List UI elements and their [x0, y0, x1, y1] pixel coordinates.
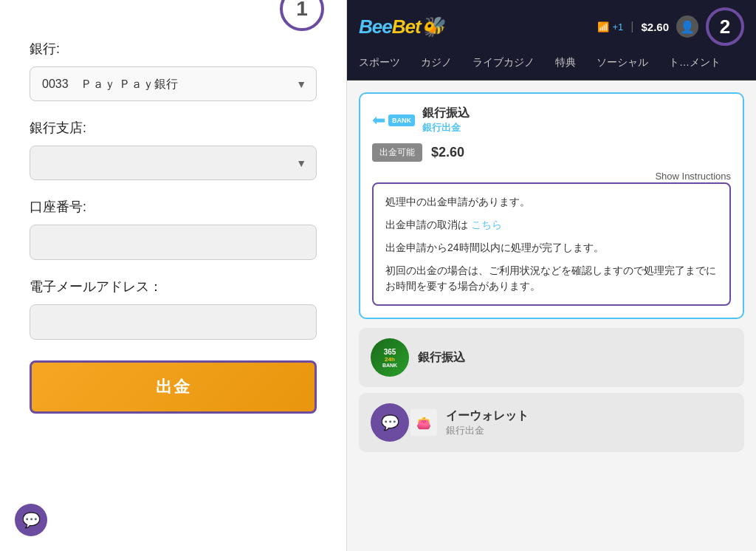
step-2-number: 2: [720, 16, 730, 38]
payment-info-365: 銀行振込: [418, 350, 465, 366]
branch-label: 銀行支店:: [30, 119, 317, 137]
step-1-circle: 1: [280, 0, 324, 31]
payment-card-365[interactable]: 365 24h BANK 銀行振込: [359, 328, 744, 387]
bank-title: 銀行振込: [422, 106, 470, 121]
bank-arrow-icon: ⬅: [372, 111, 385, 130]
payment-title-365: 銀行振込: [418, 350, 465, 366]
message-line-2-link[interactable]: こちら: [471, 219, 502, 230]
message-line-2-prefix: 出金申請の取消は: [385, 219, 471, 230]
nav-tokuten[interactable]: 特典: [551, 53, 580, 72]
bank-icon-area: ⬅ BANK: [372, 111, 415, 130]
right-panel: BeeBet🐝 📶 +1 | $2.60 👤 2 スポーツ カジノ ライブカジノ…: [347, 0, 756, 551]
payment-icon-ewallet: 💬: [371, 403, 409, 442]
logo-text: BeeBet🐝: [359, 16, 444, 38]
nav-casino[interactable]: カジノ: [416, 53, 456, 72]
header-right: 📶 +1 | $2.60 👤 2: [597, 7, 744, 46]
ewallet-card-icon: 👛: [410, 409, 437, 436]
left-panel: 1 銀行: 0033 Ｐａｙ Ｐａｙ銀行 ▼ 銀行支店: ▼ 口座番号: 電子メ…: [0, 0, 347, 551]
branch-select[interactable]: [30, 146, 317, 180]
bank-select[interactable]: 0033 Ｐａｙ Ｐａｙ銀行: [30, 66, 317, 101]
signal-label: +1: [612, 21, 623, 32]
bank-subtitle: 銀行出金: [422, 121, 470, 134]
bank-title-area: 銀行振込 銀行出金: [422, 106, 470, 134]
ewallet-wallet-icon: 👛: [416, 416, 431, 430]
nav-tournament[interactable]: ト…メント: [664, 53, 725, 72]
step-2-circle: 2: [706, 7, 744, 46]
bank-label: 銀行:: [30, 40, 317, 58]
ewallet-chat-icon: 💬: [381, 414, 399, 431]
signal-badge: 📶 +1: [597, 21, 623, 32]
show-instructions-link[interactable]: Show Instructions: [655, 171, 731, 182]
bank-select-wrapper: 0033 Ｐａｙ Ｐａｙ銀行 ▼: [30, 66, 317, 101]
separator: |: [630, 20, 633, 33]
user-icon[interactable]: 👤: [676, 16, 698, 38]
payment-info-ewallet: イーウォレット 銀行出金: [446, 408, 529, 437]
message-line-3: 出金申請から24時間以内に処理が完了します。: [385, 240, 718, 256]
payment-subtitle-ewallet: 銀行出金: [446, 424, 529, 437]
message-box: 処理中の出金申請があります。 出金申請の取消は こちら 出金申請から24時間以内…: [372, 182, 731, 306]
branch-select-wrapper: ▼: [30, 146, 317, 180]
bank-card-header: ⬅ BANK 銀行振込 銀行出金: [372, 106, 731, 134]
email-label: 電子メールアドレス：: [30, 278, 317, 295]
payment-bank-text: BANK: [382, 363, 397, 368]
bank-info-row: 出金可能 $2.60: [372, 143, 731, 162]
chat-bubble-left[interactable]: 💬: [15, 504, 47, 536]
account-label: 口座番号:: [30, 198, 317, 216]
nav-sports[interactable]: スポーツ: [354, 53, 405, 72]
message-line-1: 処理中の出金申請があります。: [385, 194, 718, 210]
payment-card-ewallet[interactable]: 💬 👛 イーウォレット 銀行出金: [359, 393, 744, 452]
payment-icon-365: 365 24h BANK: [371, 338, 409, 377]
payment-24h-text: 24h: [385, 356, 395, 363]
balance-text: $2.60: [641, 21, 669, 33]
user-avatar-icon: 👤: [680, 20, 695, 34]
bank-transfer-card: ⬅ BANK 銀行振込 銀行出金 出金可能 $2.60 Show Instruc…: [359, 92, 744, 319]
account-input[interactable]: [30, 225, 317, 260]
withdraw-button[interactable]: 出金: [30, 360, 317, 414]
amount-text: $2.60: [431, 145, 464, 160]
nav-bar: スポーツ カジノ ライブカジノ 特典 ソーシャル ト…メント: [347, 53, 756, 81]
payment-365-text: 365: [384, 348, 396, 356]
email-input[interactable]: [30, 304, 317, 340]
nav-live-casino[interactable]: ライブカジノ: [468, 53, 539, 72]
show-instructions-wrapper: Show Instructions: [372, 169, 731, 182]
payment-title-ewallet: イーウォレット: [446, 408, 529, 424]
bank-logo-badge: BANK: [388, 114, 415, 126]
header: BeeBet🐝 📶 +1 | $2.60 👤 2: [347, 0, 756, 53]
logo: BeeBet🐝: [359, 16, 444, 38]
chat-icon-left: 💬: [22, 511, 41, 529]
available-badge: 出金可能: [372, 143, 422, 162]
content-area: ⬅ BANK 銀行振込 銀行出金 出金可能 $2.60 Show Instruc…: [347, 81, 756, 551]
step-1-number: 1: [296, 0, 308, 21]
message-line-2: 出金申請の取消は こちら: [385, 217, 718, 233]
signal-icon: 📶: [597, 21, 609, 32]
message-line-4: 初回の出金の場合は、ご利用状況などを確認しますので処理完了までにお時間を要する場…: [385, 263, 718, 294]
nav-social[interactable]: ソーシャル: [592, 53, 653, 72]
